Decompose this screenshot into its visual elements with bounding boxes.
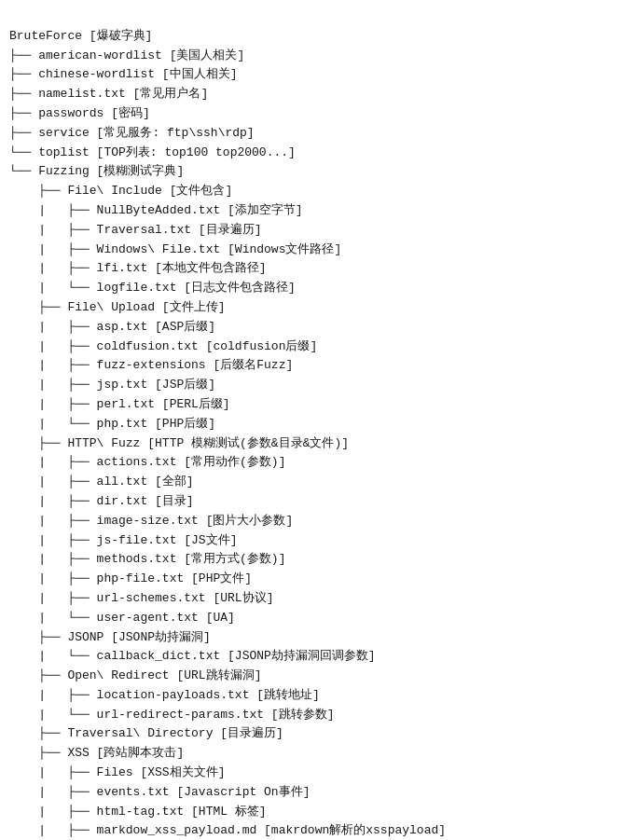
list-item: ├── HTTP\ Fuzz [HTTP 模糊测试(参数&目录&文件)] [9, 434, 626, 454]
list-item: ├── File\ Include [文件包含] [9, 182, 626, 201]
list-item: | ├── actions.txt [常用动作(参数)] [9, 453, 626, 473]
list-item: | ├── lfi.txt [本地文件包含路径] [9, 259, 626, 279]
list-item: ├── JSONP [JSONP劫持漏洞] [9, 628, 626, 648]
list-item: | ├── Windows\ File.txt [Windows文件路径] [9, 241, 626, 260]
list-item: └── toplist [TOP列表: top100 top2000...] [9, 144, 626, 163]
list-item: ├── XSS [跨站脚本攻击] [9, 744, 626, 764]
list-item: ├── chinese-wordlist [中国人相关] [9, 65, 626, 85]
file-tree: (function() { const data = JSON.parse(do… [9, 7, 626, 840]
list-item: ├── Traversal\ Directory [目录遍历] [9, 724, 626, 744]
list-item: | ├── html-tag.txt [HTML 标签] [9, 803, 626, 822]
list-item: | └── callback_dict.txt [JSONP劫持漏洞回调参数] [9, 647, 626, 667]
list-item: | ├── perl.txt [PERL后缀] [9, 395, 626, 415]
list-item: | ├── Files [XSS相关文件] [9, 764, 626, 783]
list-item: ├── File\ Upload [文件上传] [9, 298, 626, 318]
list-item: └── Fuzzing [模糊测试字典] [9, 162, 626, 182]
list-item: | ├── jsp.txt [JSP后缀] [9, 376, 626, 395]
list-item: | ├── all.txt [全部] [9, 473, 626, 492]
list-item: | ├── fuzz-extensions [后缀名Fuzz] [9, 356, 626, 376]
list-item: | ├── asp.txt [ASP后缀] [9, 318, 626, 337]
list-item: | ├── markdow_xss_payload.md [makrdown解析… [9, 821, 626, 840]
list-item: | ├── image-size.txt [图片大小参数] [9, 512, 626, 531]
list-item: | ├── methods.txt [常用方式(参数)] [9, 550, 626, 570]
list-item: | ├── php-file.txt [PHP文件] [9, 570, 626, 589]
list-item: | ├── url-schemes.txt [URL协议] [9, 589, 626, 609]
list-item: BruteForce [爆破字典] [9, 27, 626, 47]
list-item: ├── Open\ Redirect [URL跳转漏洞] [9, 667, 626, 686]
list-item: | ├── coldfusion.txt [coldfusion后缀] [9, 337, 626, 357]
list-item: ├── service [常见服务: ftp\ssh\rdp] [9, 124, 626, 144]
list-item: | └── php.txt [PHP后缀] [9, 415, 626, 434]
list-item: | ├── dir.txt [目录] [9, 492, 626, 512]
list-item: ├── passwords [密码] [9, 104, 626, 124]
list-item: | └── logfile.txt [日志文件包含路径] [9, 279, 626, 298]
list-item: | └── user-agent.txt [UA] [9, 609, 626, 628]
list-item: | └── url-redirect-params.txt [跳转参数] [9, 706, 626, 725]
list-item: | ├── js-file.txt [JS文件] [9, 531, 626, 551]
list-item: ├── american-wordlist [美国人相关] [9, 47, 626, 66]
list-item: | ├── location-payloads.txt [跳转地址] [9, 686, 626, 706]
list-item: ├── namelist.txt [常见用户名] [9, 85, 626, 104]
list-item: | ├── events.txt [Javascript On事件] [9, 783, 626, 803]
list-item: | ├── NullByteAdded.txt [添加空字节] [9, 201, 626, 221]
list-item: | ├── Traversal.txt [目录遍历] [9, 221, 626, 241]
